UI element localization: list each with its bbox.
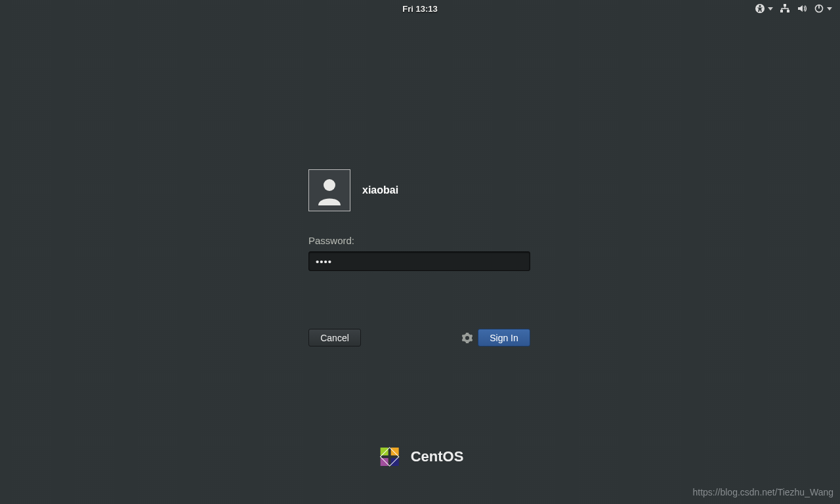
svg-rect-9 <box>391 448 399 455</box>
password-label: Password: <box>308 235 530 246</box>
username-label: xiaobai <box>362 184 398 196</box>
svg-rect-2 <box>784 4 786 7</box>
volume-menu[interactable] <box>797 3 807 14</box>
svg-rect-4 <box>787 10 789 12</box>
top-bar-right <box>755 0 832 17</box>
top-bar: Fri 13:13 <box>0 0 840 17</box>
button-row: Cancel Sign In <box>308 329 530 346</box>
gear-icon <box>462 333 472 343</box>
svg-rect-11 <box>391 458 399 466</box>
power-icon <box>814 3 824 14</box>
svg-rect-8 <box>381 448 388 455</box>
volume-icon <box>797 3 807 14</box>
os-brand-text: CentOS <box>411 448 464 465</box>
watermark: https://blog.csdn.net/Tiezhu_Wang <box>692 487 833 497</box>
password-input[interactable] <box>308 251 530 271</box>
accessibility-icon <box>755 3 765 14</box>
login-panel: xiaobai Password: Cancel Sign In <box>308 169 530 346</box>
power-menu[interactable] <box>814 3 832 14</box>
clock: Fri 13:13 <box>402 4 437 14</box>
cancel-button[interactable]: Cancel <box>308 329 361 346</box>
user-row: xiaobai <box>308 169 530 211</box>
network-menu[interactable] <box>780 3 790 14</box>
svg-rect-3 <box>780 10 783 12</box>
avatar <box>308 169 350 211</box>
svg-point-1 <box>759 5 761 7</box>
svg-point-7 <box>324 179 335 191</box>
chevron-down-icon <box>827 7 832 10</box>
os-brand: CentOS <box>377 444 464 470</box>
network-icon <box>780 3 790 14</box>
accessibility-menu[interactable] <box>755 3 773 14</box>
chevron-down-icon <box>768 7 773 10</box>
user-icon <box>313 174 346 207</box>
centos-logo-icon <box>377 444 403 470</box>
session-options-button[interactable] <box>462 333 472 343</box>
signin-button[interactable]: Sign In <box>478 329 530 346</box>
svg-rect-10 <box>381 458 388 466</box>
